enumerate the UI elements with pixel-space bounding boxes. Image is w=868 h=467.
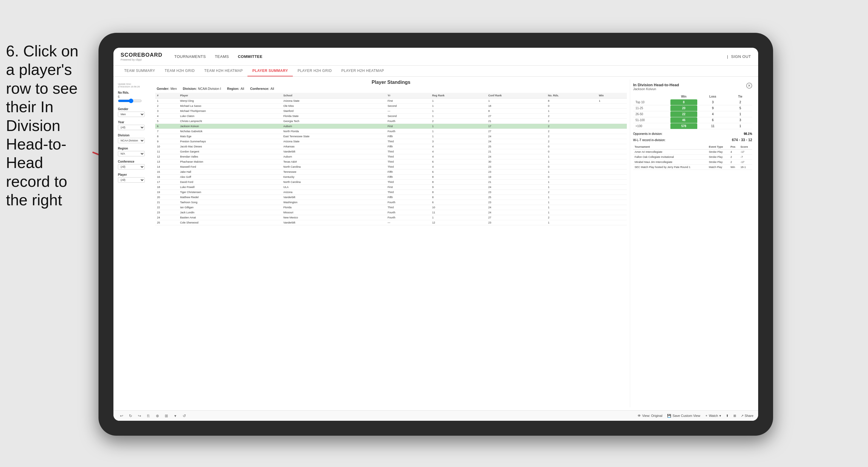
view-icon: 👁	[638, 414, 641, 417]
table-row[interactable]: 13 Phacharan Malcton Texas A&M Third 6 3…	[155, 159, 627, 164]
conference-select[interactable]: (All)	[118, 164, 145, 169]
close-h2h-button[interactable]: ✕	[746, 83, 752, 89]
table-row[interactable]: 12 Brendan Valles Auburn Third 4 24 1	[155, 154, 627, 159]
table-row[interactable]: 16 Alex Goff Kentucky Fifth 8 19 0	[155, 175, 627, 180]
zoom-dropdown[interactable]: ▾	[172, 412, 179, 419]
sub-nav-player-summary[interactable]: PLAYER SUMMARY	[247, 66, 292, 76]
table-row[interactable]: 8 Mats Ege East Tennessee State Fifth 1 …	[155, 134, 627, 139]
table-row[interactable]: 21 Taehoon Song Washington Fourth 6 23 1	[155, 200, 627, 205]
col-school: School	[281, 93, 385, 98]
standings-title: Player Standings	[155, 80, 627, 85]
table-row[interactable]: 19 Tiger Christensen Arizona Third 8 23 …	[155, 190, 627, 195]
table-row[interactable]: 25 Cole Sherwood Vanderbilt — 12 23 1	[155, 220, 627, 225]
save-custom-btn[interactable]: 💾 Save Custom View	[667, 414, 700, 418]
no-rds-slider[interactable]	[118, 98, 142, 103]
h2h-row: Top 10 8 3 2	[633, 99, 752, 105]
paste-icon[interactable]: ⊕	[154, 412, 161, 419]
update-time: Update time: 27/03/2024 16:56:26	[118, 83, 151, 88]
table-row[interactable]: 20 Matthew Riedel Vanderbilt Fifth 8 25 …	[155, 195, 627, 200]
view-original-btn[interactable]: 👁 View: Original	[638, 414, 662, 417]
division-select[interactable]: NCAA Division I	[118, 138, 145, 143]
table-row[interactable]: 3 Michael Thorbjornsen Stanford — 1 8 1	[155, 108, 627, 114]
sub-nav: TEAM SUMMARY TEAM H2H GRID TEAM H2H HEAT…	[114, 66, 758, 77]
h2h-row: >100 578 11 1	[633, 123, 752, 129]
sub-nav-team-h2h-heatmap[interactable]: TEAM H2H HEATMAP	[199, 66, 247, 76]
tournament-row: SEC Match Play hosted by Jerry Pate Roun…	[633, 165, 752, 170]
region-select[interactable]: N/A	[118, 151, 145, 156]
nav-right: | Sign out	[727, 53, 751, 60]
center-panel: Player Standings Gender: Men Division: N…	[155, 80, 627, 407]
sidebar-filters: Update time: 27/03/2024 16:56:26 No Rds.…	[116, 80, 152, 407]
export-icon: ⬆	[726, 414, 728, 418]
table-row[interactable]: 9 Preston Summerhays Arizona State Third…	[155, 139, 627, 144]
table-row[interactable]: 1 Wenyi Ding Arizona State First 1 1 8 1	[155, 98, 627, 103]
year-select[interactable]: (All)	[118, 125, 145, 130]
h2h-col-loss: Loss	[697, 94, 728, 99]
col-player: Player	[178, 93, 281, 98]
table-row[interactable]: 5 Christo Lamprecht Georgia Tech Fourth …	[155, 119, 627, 124]
table-row[interactable]: 7 Nicholas Gabrelcik North Florida Fourt…	[155, 129, 627, 134]
table-row[interactable]: 17 David Ford North Carolina Third 8 21 …	[155, 180, 627, 185]
undo-icon[interactable]: ↩	[118, 412, 125, 419]
filter-no-rds: No Rds. 6	[118, 91, 151, 104]
table-row[interactable]: 10 Jacob Mac Dieses Arkansas Fifth 4 25 …	[155, 144, 627, 149]
h2h-title: In Division Head-to-Head	[633, 83, 679, 87]
nav-pipe: |	[727, 54, 728, 59]
logo-area: SCOREBOARD Powered by clippi	[121, 52, 162, 61]
sub-nav-team-h2h-grid[interactable]: TEAM H2H GRID	[160, 66, 200, 76]
opponents-value: 98.1%	[744, 132, 752, 135]
h2h-col-win: Win	[671, 94, 697, 99]
table-row[interactable]: 11 Gordon Sargent Vanderbilt Third 4 21 …	[155, 149, 627, 154]
watch-btn[interactable]: ⚬ Watch ▾	[705, 414, 721, 418]
h2h-col-label	[633, 94, 671, 99]
table-row[interactable]: 15 Jake Hall Tennessee Fifth 6 23 1	[155, 169, 627, 175]
nav-committee[interactable]: COMMITTEE	[238, 53, 263, 60]
grid-btn[interactable]: ⊞	[733, 414, 736, 418]
h2h-panel: In Division Head-to-Head Jackson Koivun …	[630, 80, 755, 407]
instruction-text: 6. Click on a player's row to see their …	[0, 36, 93, 215]
tournament-row: Fallon Oak Collegiate Invitational Strok…	[633, 155, 752, 160]
toolbar-right: 👁 View: Original 💾 Save Custom View ⚬ Wa…	[638, 414, 753, 418]
gender-select[interactable]: Men Women	[118, 112, 145, 117]
table-row[interactable]: 23 Jack Lundin Missouri Fourth 11 24 1	[155, 210, 627, 215]
col-no-rds: No. Rds.	[546, 93, 597, 98]
table-row[interactable]: 14 Maxwell Ford North Carolina Third 4 2…	[155, 164, 627, 169]
forward-icon[interactable]: ↪	[136, 412, 143, 419]
col-conf-rank: Conf Rank	[487, 93, 546, 98]
refresh-icon[interactable]: ↺	[181, 412, 187, 419]
opponents-label: Opponents in division:	[633, 132, 662, 135]
export-btn[interactable]: ⬆	[726, 414, 728, 418]
copy-icon[interactable]: ⎘	[145, 412, 152, 419]
table-row[interactable]: 4 Luke Claton Florida State Second 1 27 …	[155, 114, 627, 119]
filter-display-gender: Gender: Men	[157, 87, 177, 90]
table-row[interactable]: 24 Bastien Amat New Mexico Fourth 1 27 2	[155, 215, 627, 220]
tourn-col-pos: Pos	[729, 145, 739, 150]
h2h-col-tie: Tie	[728, 94, 752, 99]
player-select[interactable]: (All)	[118, 177, 145, 183]
share-btn[interactable]: ↗ Share	[741, 414, 753, 418]
table-row[interactable]: 6 Jackson Koivun Auburn First 1 17 2	[155, 124, 627, 129]
filter-display-division: Division: NCAA Division I	[183, 87, 221, 90]
tournament-row: Amer Ari Intercollegiate Stroke Play 4 -…	[633, 150, 752, 155]
filter-player: Player (All)	[118, 173, 151, 183]
col-reg-rank: Reg Rank	[430, 93, 487, 98]
zoom-icon[interactable]: ⊞	[163, 412, 169, 419]
nav-tournaments[interactable]: TOURNAMENTS	[174, 53, 206, 60]
sub-nav-player-h2h-grid[interactable]: PLAYER H2H GRID	[293, 66, 337, 76]
watch-dropdown-icon: ▾	[719, 414, 721, 418]
table-row[interactable]: 2 Michael La Sasso Ole Miss Second 1 18 …	[155, 103, 627, 108]
nav-items: TOURNAMENTS TEAMS COMMITTEE	[174, 53, 727, 60]
sign-out-link[interactable]: Sign out	[731, 53, 751, 60]
redo-icon[interactable]: ↻	[127, 412, 134, 419]
nav-teams[interactable]: TEAMS	[215, 53, 229, 60]
h2h-row: 11-25 20 9 5	[633, 105, 752, 111]
h2h-row: 26-50 22 4 1	[633, 111, 752, 117]
table-row[interactable]: 22 Ian Gilligan Florida Third 10 24 1	[155, 205, 627, 210]
h2h-record-row: W-L-T record in-division: 674 - 33 - 12	[633, 138, 752, 142]
sub-nav-player-h2h-heatmap[interactable]: PLAYER H2H HEATMAP	[337, 66, 389, 76]
filter-region: Region N/A	[118, 147, 151, 156]
col-win: Win	[597, 93, 627, 98]
sub-nav-team-summary[interactable]: TEAM SUMMARY	[119, 66, 160, 76]
table-row[interactable]: 18 Luke Powell ULA First 9 24 1	[155, 185, 627, 190]
standings-filters: Gender: Men Division: NCAA Division I Re…	[155, 87, 627, 90]
